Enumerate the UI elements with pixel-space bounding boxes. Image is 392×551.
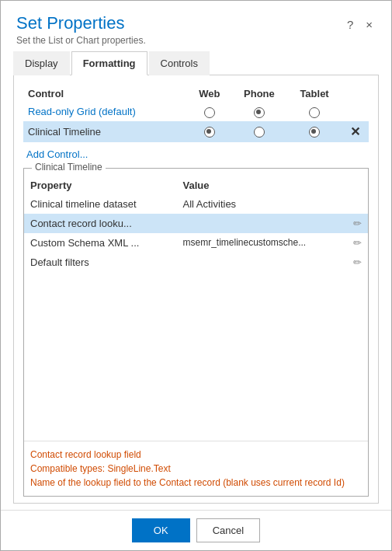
ct-table-row: Custom Schema XML ... msemr_timelinecust…: [24, 233, 368, 253]
radio-icon[interactable]: [309, 127, 320, 138]
set-properties-dialog: Set Properties Set the List or Chart pro…: [0, 0, 392, 551]
radio-phone-timeline[interactable]: [231, 121, 287, 142]
close-icon[interactable]: ×: [363, 16, 376, 33]
radio-icon[interactable]: [204, 127, 215, 138]
add-control-link[interactable]: Add Control...: [26, 148, 369, 160]
radio-tablet-timeline[interactable]: [287, 121, 341, 142]
table-row: Clinical Timeline ✕: [23, 121, 369, 142]
ct-col-value: Value: [176, 176, 347, 194]
ct-property-value: msemr_timelinecustomsche...: [176, 233, 347, 253]
col-phone: Phone: [231, 85, 287, 103]
ct-property-table: Property Value Clinical timeline dataset…: [24, 176, 368, 272]
edit-icon[interactable]: ✏: [353, 218, 362, 229]
ct-property-value: All Activities: [176, 194, 347, 214]
clinical-timeline-section: Clinical Timeline Property Value: [23, 168, 369, 497]
ct-edit-cell[interactable]: ✏: [347, 233, 368, 253]
ct-description: Contact record lookup field Compatible t…: [24, 441, 368, 496]
ct-property-label: Clinical timeline dataset: [24, 194, 176, 214]
table-row: Read-only Grid (default): [23, 103, 369, 121]
ct-table-container: Property Value Clinical timeline dataset…: [24, 169, 368, 496]
edit-icon[interactable]: ✏: [353, 237, 362, 249]
ct-section-legend: Clinical Timeline: [32, 162, 106, 173]
tab-formatting[interactable]: Formatting: [71, 51, 147, 75]
dialog-subtitle: Set the List or Chart properties.: [16, 35, 146, 46]
ct-table-row: Contact record looku... ✏: [24, 214, 368, 233]
ct-property-value: [176, 253, 347, 272]
ct-table-row: Clinical timeline dataset All Activities: [24, 194, 368, 214]
ct-property-value: [176, 214, 347, 233]
ct-property-label: Default filters: [24, 253, 176, 272]
tab-display[interactable]: Display: [13, 51, 70, 75]
radio-icon[interactable]: [254, 107, 265, 118]
tabs-container: Display Formatting Controls: [13, 51, 379, 75]
radio-web-readonly[interactable]: [188, 103, 231, 121]
ok-button[interactable]: OK: [132, 518, 190, 542]
col-control: Control: [23, 85, 188, 103]
edit-icon[interactable]: ✏: [353, 256, 362, 268]
tab-controls[interactable]: Controls: [149, 51, 210, 75]
ct-property-label: Contact record looku...: [24, 214, 176, 233]
cancel-button[interactable]: Cancel: [196, 518, 260, 542]
ct-col-property: Property: [24, 176, 176, 194]
ct-edit-cell[interactable]: ✏: [347, 214, 368, 233]
radio-icon[interactable]: [204, 107, 215, 118]
controls-table: Control Web Phone Tablet Read-only Grid …: [23, 85, 369, 142]
radio-icon[interactable]: [309, 107, 320, 118]
dialog-content: Display Formatting Controls Control Web …: [1, 51, 391, 510]
title-group: Set Properties Set the List or Chart pro…: [16, 13, 146, 46]
header-icons: ? ×: [344, 16, 376, 33]
radio-web-timeline[interactable]: [188, 121, 231, 142]
dialog-footer: OK Cancel: [1, 510, 391, 550]
ct-edit-cell[interactable]: ✏: [347, 253, 368, 272]
control-label: Clinical Timeline: [23, 121, 188, 142]
help-icon[interactable]: ?: [344, 16, 356, 33]
col-web: Web: [188, 85, 231, 103]
ct-property-label: Custom Schema XML ...: [24, 233, 176, 253]
delete-control-button[interactable]: ✕: [342, 121, 369, 142]
panel-content: Control Web Phone Tablet Read-only Grid …: [13, 75, 379, 504]
col-tablet: Tablet: [287, 85, 341, 103]
ct-table-scroll[interactable]: Property Value Clinical timeline dataset…: [24, 176, 368, 439]
radio-phone-readonly[interactable]: [231, 103, 287, 121]
control-label: Read-only Grid (default): [23, 103, 188, 121]
dialog-title: Set Properties: [16, 13, 146, 33]
ct-table-row: Default filters ✏: [24, 253, 368, 272]
radio-icon[interactable]: [254, 127, 265, 138]
radio-tablet-readonly[interactable]: [287, 103, 341, 121]
dialog-header: Set Properties Set the List or Chart pro…: [1, 1, 391, 51]
close-icon[interactable]: ✕: [350, 125, 360, 138]
